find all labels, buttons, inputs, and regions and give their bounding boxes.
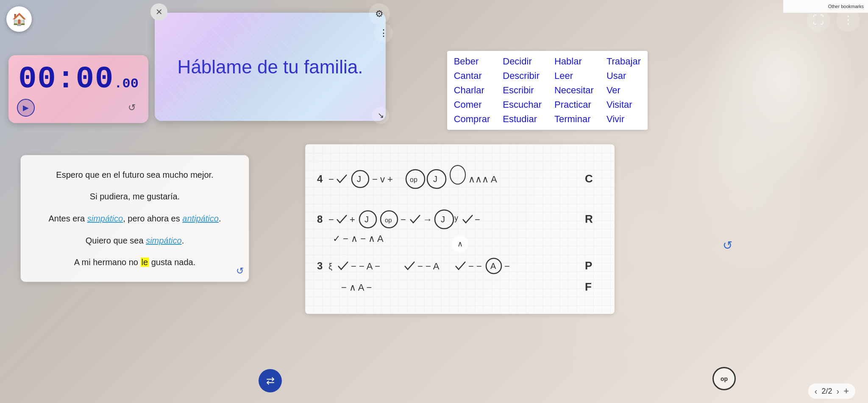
svg-text:✓ − ∧ − ∧ A: ✓ − ∧ − ∧ A bbox=[333, 233, 384, 244]
svg-text:−: − bbox=[328, 214, 334, 225]
svg-text:∧∧∧ A: ∧∧∧ A bbox=[468, 174, 497, 185]
op-circle: op bbox=[712, 367, 736, 390]
verb-comprar[interactable]: Comprar bbox=[454, 114, 490, 125]
svg-text:J: J bbox=[441, 215, 445, 224]
dots-icon: ⋮ bbox=[379, 28, 388, 39]
shuffle-icon: ⇄ bbox=[266, 375, 275, 387]
svg-text:J: J bbox=[357, 174, 361, 184]
verb-practicar[interactable]: Practicar bbox=[554, 99, 594, 110]
svg-text:− −: − − bbox=[468, 261, 482, 271]
svg-text:op: op bbox=[385, 216, 392, 224]
svg-text:F: F bbox=[585, 280, 592, 293]
verb-decidir[interactable]: Decidir bbox=[503, 56, 542, 67]
text-card: Espero que en el futuro sea mucho mejor.… bbox=[20, 155, 249, 282]
italic-link-simpatico-1: simpático bbox=[87, 214, 123, 223]
play-icon: ▶ bbox=[23, 103, 29, 112]
svg-text:→: → bbox=[423, 214, 432, 225]
italic-link-simpatico-2: simpático bbox=[146, 236, 181, 245]
svg-text:R: R bbox=[585, 213, 593, 225]
text-line-1: Espero que en el futuro sea mucho mejor. bbox=[31, 169, 239, 181]
expand-button[interactable]: ↘ bbox=[372, 107, 389, 124]
verb-leer[interactable]: Leer bbox=[554, 70, 594, 81]
verb-necesitar[interactable]: Necesitar bbox=[554, 85, 594, 96]
svg-text:−: − bbox=[475, 214, 480, 225]
svg-text:− ∧ A −: − ∧ A − bbox=[341, 282, 372, 293]
whiteboard-drawing: 4 − J − v + op J ∧∧∧ A C 8 − + J op − → … bbox=[305, 144, 615, 314]
whiteboard-refresh-button[interactable]: ↺ bbox=[723, 238, 732, 252]
verb-trabajar[interactable]: Trabajar bbox=[606, 56, 641, 67]
home-icon: 🏠 bbox=[12, 12, 27, 26]
prev-page-button[interactable]: ‹ bbox=[815, 386, 818, 396]
verb-panel: Beber Decidir Hablar Trabajar Cantar Des… bbox=[447, 51, 648, 130]
next-icon: › bbox=[836, 386, 839, 396]
overflow-icon: ⋮ bbox=[843, 14, 854, 27]
svg-text:+: + bbox=[350, 214, 355, 225]
timer-main: 00:00 bbox=[18, 62, 114, 97]
verb-estudiar[interactable]: Estudiar bbox=[503, 114, 542, 125]
verb-ver[interactable]: Ver bbox=[606, 85, 641, 96]
settings-button[interactable]: ⚙ bbox=[369, 3, 390, 25]
prev-icon: ‹ bbox=[815, 386, 818, 396]
svg-text:− v +: − v + bbox=[372, 174, 393, 185]
whiteboard-scroll-up[interactable]: ∧ bbox=[451, 235, 468, 252]
text-card-refresh-icon[interactable]: ↺ bbox=[236, 266, 244, 277]
verb-terminar[interactable]: Terminar bbox=[554, 114, 594, 125]
verb-describir[interactable]: Describir bbox=[503, 70, 542, 81]
home-button[interactable]: 🏠 bbox=[6, 6, 32, 32]
verb-hablar[interactable]: Hablar bbox=[554, 56, 594, 67]
add-icon: + bbox=[843, 386, 849, 396]
verb-cantar[interactable]: Cantar bbox=[454, 70, 490, 81]
verb-charlar[interactable]: Charlar bbox=[454, 85, 490, 96]
current-page: 2 bbox=[821, 387, 826, 395]
verb-escuchar[interactable]: Escuchar bbox=[503, 99, 542, 110]
text-line-5: A mi hermano no le gusta nada. bbox=[31, 256, 239, 268]
timer-controls: ▶ ↺ bbox=[8, 97, 148, 117]
next-page-button[interactable]: › bbox=[836, 386, 839, 396]
gear-icon: ⚙ bbox=[375, 8, 384, 20]
verb-escribir[interactable]: Escribir bbox=[503, 85, 542, 96]
svg-text:3: 3 bbox=[317, 260, 323, 271]
fullscreen-button[interactable]: ⛶ bbox=[807, 8, 830, 32]
whiteboard[interactable]: 4 − J − v + op J ∧∧∧ A C 8 − + J op − → … bbox=[305, 144, 615, 314]
timer-ms: .00 bbox=[114, 76, 139, 92]
text-line-3: Antes era simpático, pero ahora es antip… bbox=[31, 213, 239, 224]
italic-link-antipatico: antipático bbox=[182, 214, 219, 223]
highlight-le: le bbox=[141, 257, 149, 267]
card-menu-button[interactable]: ⋮ bbox=[374, 23, 393, 42]
svg-text:P: P bbox=[585, 259, 592, 272]
timer-widget: 00:00 .00 ▶ ↺ bbox=[8, 55, 148, 123]
close-icon: ✕ bbox=[156, 7, 163, 17]
svg-text:op: op bbox=[410, 176, 417, 183]
fullscreen-icon: ⛶ bbox=[813, 14, 824, 27]
overflow-menu-button[interactable]: ⋮ bbox=[836, 8, 860, 32]
svg-text:−: − bbox=[401, 214, 406, 225]
svg-text:−: − bbox=[328, 174, 334, 185]
svg-text:− − A −: − − A − bbox=[351, 261, 380, 271]
op-label: op bbox=[721, 375, 728, 382]
svg-text:ξ: ξ bbox=[328, 262, 332, 271]
reset-button[interactable]: ↺ bbox=[124, 100, 140, 116]
verb-comer[interactable]: Comer bbox=[454, 99, 490, 110]
refresh-icon: ↺ bbox=[723, 239, 732, 252]
svg-text:y: y bbox=[454, 214, 458, 222]
svg-text:J: J bbox=[433, 174, 437, 184]
text-line-2: Si pudiera, me gustaría. bbox=[31, 190, 239, 202]
question-card: Háblame de tu familia. bbox=[155, 13, 386, 121]
total-pages: 2 bbox=[828, 387, 832, 395]
verb-vivir[interactable]: Vivir bbox=[606, 114, 641, 125]
verb-beber[interactable]: Beber bbox=[454, 56, 490, 67]
svg-text:− − A: − − A bbox=[417, 261, 440, 271]
play-button[interactable]: ▶ bbox=[17, 99, 35, 117]
up-chevron-icon: ∧ bbox=[457, 239, 463, 249]
shuffle-button[interactable]: ⇄ bbox=[259, 369, 282, 392]
verb-usar[interactable]: Usar bbox=[606, 70, 641, 81]
pagination-control: ‹ 2/2 › + bbox=[808, 383, 855, 399]
expand-icon: ↘ bbox=[378, 111, 384, 120]
svg-text:A: A bbox=[490, 261, 496, 271]
reset-icon: ↺ bbox=[128, 102, 136, 113]
text-line-4: Quiero que sea simpático. bbox=[31, 235, 239, 246]
verb-visitar[interactable]: Visitar bbox=[606, 99, 641, 110]
svg-text:C: C bbox=[585, 172, 593, 185]
close-button[interactable]: ✕ bbox=[150, 3, 167, 20]
add-page-button[interactable]: + bbox=[843, 386, 849, 397]
